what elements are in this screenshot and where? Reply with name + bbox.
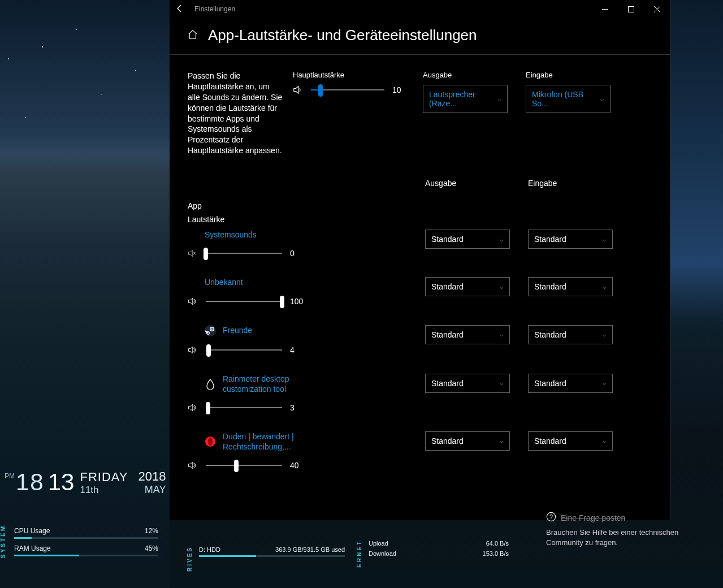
input-heading: Eingabe	[528, 179, 617, 230]
app-output-dropdown[interactable]: Standard⌵	[425, 431, 510, 451]
maximize-button[interactable]	[618, 0, 644, 18]
chevron-down-icon: ⌵	[603, 236, 607, 243]
app-volume-row: 40	[188, 461, 425, 470]
rainmeter-drive-widget: RIVES D: HDD 363.9 GB/931.5 GB used	[187, 546, 345, 557]
app-row: Systemsounds0Standard⌵Standard⌵	[188, 230, 670, 274]
app-volume-value: 100	[290, 297, 305, 306]
app-name-row: Freunde	[188, 325, 425, 336]
help-title[interactable]: Eine Frage posten	[561, 513, 625, 524]
app-output-value: Standard	[431, 235, 464, 244]
upload-value: 64.0 B/s	[486, 540, 509, 547]
apps-list: Systemsounds0Standard⌵Standard⌵Unbekannt…	[188, 230, 670, 486]
app-input-value: Standard	[534, 282, 566, 291]
app-input-dropdown[interactable]: Standard⌵	[528, 374, 613, 393]
system-label: SYSTEM	[0, 525, 6, 558]
output-label: Ausgabe	[423, 71, 519, 79]
svg-text:?: ?	[549, 513, 553, 520]
app-volume-value: 0	[290, 249, 305, 258]
app-name: Freunde	[223, 325, 252, 335]
app-name: Rainmeter desktop customization tool	[223, 374, 319, 394]
speaker-muted-icon[interactable]	[188, 249, 198, 258]
ram-usage-value: 45%	[145, 544, 158, 552]
svg-point-6	[208, 438, 213, 446]
app-volume-slider[interactable]	[206, 465, 282, 466]
rainmeter-system-widget: SYSTEM CPU Usage 12% RAM Usage 45%	[0, 525, 170, 560]
app-input-dropdown[interactable]: Standard⌵	[528, 277, 613, 296]
clock-month: MAY	[138, 484, 166, 496]
app-input-dropdown[interactable]: Standard⌵	[528, 325, 613, 344]
back-button[interactable]	[175, 4, 184, 15]
app-volume-slider[interactable]	[206, 407, 282, 408]
app-name-row: Rainmeter desktop customization tool	[188, 374, 425, 394]
opera-icon	[205, 436, 216, 447]
output-device-value: Lautsprecher (Raze...	[429, 90, 497, 108]
close-button[interactable]	[644, 0, 670, 18]
svg-rect-0	[628, 6, 634, 12]
app-name-row: Unbekannt	[188, 277, 425, 287]
app-input-value: Standard	[534, 235, 566, 244]
app-name: Systemsounds	[205, 230, 257, 240]
output-heading: Ausgabe	[425, 179, 521, 230]
speaker-icon[interactable]	[188, 403, 198, 412]
app-output-dropdown[interactable]: Standard⌵	[425, 374, 510, 393]
app-row: Unbekannt100Standard⌵Standard⌵	[188, 277, 670, 321]
cpu-usage-label: CPU Usage	[14, 527, 50, 535]
app-volume-slider[interactable]	[206, 349, 282, 351]
master-volume-label: Hauptlautstärke	[293, 71, 423, 79]
app-volume-value: 3	[290, 403, 305, 412]
cpu-usage-fill	[14, 537, 32, 539]
rainmeter-net-widget: ERNET Upload 64.0 B/s Download 153.0 B/s	[356, 540, 509, 557]
speaker-icon[interactable]	[293, 85, 303, 95]
download-value: 153.0 B/s	[483, 550, 509, 557]
help-panel: ? Eine Frage posten Brauchen Sie Hilfe b…	[546, 512, 682, 548]
question-icon: ?	[546, 512, 556, 525]
app-name-row: Systemsounds	[188, 230, 425, 240]
titlebar: Einstellungen	[170, 0, 670, 18]
steam-icon	[205, 325, 216, 336]
minimize-button[interactable]	[592, 0, 618, 18]
app-input-value: Standard	[534, 436, 566, 446]
master-volume-value: 10	[392, 85, 407, 94]
settings-window: Einstellungen App-Lautstärke- und Geräte…	[170, 0, 670, 520]
app-output-dropdown[interactable]: Standard⌵	[425, 325, 510, 344]
input-label: Eingabe	[526, 71, 615, 79]
clock-year: 2018	[138, 469, 166, 484]
svg-point-3	[211, 328, 213, 330]
clock-ampm: PM	[5, 472, 15, 480]
speaker-icon[interactable]	[188, 345, 198, 354]
app-volume-row: 3	[188, 403, 425, 412]
page-title: App-Lautstärke- und Geräteeinstellungen	[208, 27, 477, 44]
drive-name: D: HDD	[199, 546, 220, 553]
app-input-value: Standard	[534, 379, 566, 388]
app-volume-slider[interactable]	[206, 253, 282, 254]
app-input-dropdown[interactable]: Standard⌵	[528, 431, 613, 451]
app-input-dropdown[interactable]: Standard⌵	[528, 230, 613, 249]
chevron-down-icon: ⌵	[500, 331, 504, 338]
window-title: Einstellungen	[194, 5, 235, 13]
speaker-icon[interactable]	[188, 461, 198, 470]
content-area[interactable]: Passen Sie die Hauptlautstärke an, um al…	[170, 55, 670, 520]
chevron-down-icon: ⌵	[500, 379, 504, 387]
chevron-down-icon: ⌵	[600, 96, 604, 103]
chevron-down-icon: ⌵	[603, 437, 607, 444]
master-volume-slider[interactable]	[311, 89, 384, 90]
app-output-dropdown[interactable]: Standard⌵	[425, 230, 510, 249]
app-volume-value: 4	[290, 345, 305, 354]
app-output-value: Standard	[431, 379, 464, 388]
drive-bar	[199, 555, 345, 557]
speaker-icon[interactable]	[188, 297, 198, 306]
app-row: Duden | bewandert | Rechtschreibung,...4…	[188, 431, 670, 486]
clock-weekday: FRIDAY	[80, 470, 128, 485]
clock-daynum: 11th	[80, 485, 128, 496]
output-device-dropdown[interactable]: Lautsprecher (Raze... ⌵	[423, 85, 508, 113]
app-input-value: Standard	[534, 330, 566, 339]
input-device-dropdown[interactable]: Mikrofon (USB So... ⌵	[526, 85, 611, 113]
app-volume-slider[interactable]	[206, 301, 282, 302]
clock-min: 13	[48, 469, 75, 496]
volume-heading: Lautstärke	[188, 215, 425, 224]
app-output-dropdown[interactable]: Standard⌵	[425, 277, 510, 296]
chevron-down-icon: ⌵	[500, 437, 504, 444]
home-icon[interactable]	[188, 29, 198, 42]
download-label: Download	[369, 550, 396, 557]
app-output-value: Standard	[431, 436, 464, 446]
